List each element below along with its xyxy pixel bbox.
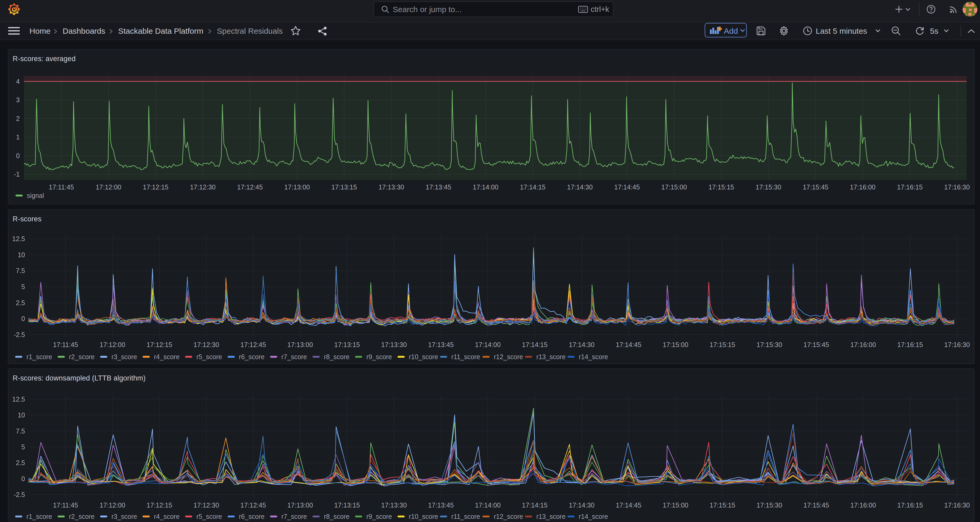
svg-text:17:15:00: 17:15:00 — [661, 184, 687, 191]
svg-text:r5_score: r5_score — [196, 353, 222, 361]
svg-text:17:12:45: 17:12:45 — [240, 341, 266, 348]
svg-text:17:15:45: 17:15:45 — [803, 341, 829, 348]
svg-text:r8_score: r8_score — [324, 513, 349, 520]
svg-text:17:15:45: 17:15:45 — [803, 501, 829, 509]
svg-text:17:13:15: 17:13:15 — [334, 341, 360, 348]
svg-text:17:16:15: 17:16:15 — [897, 341, 923, 348]
svg-text:17:12:00: 17:12:00 — [100, 341, 125, 348]
svg-text:r3_score: r3_score — [111, 353, 137, 361]
svg-text:17:12:30: 17:12:30 — [190, 184, 216, 191]
svg-text:17:15:15: 17:15:15 — [708, 184, 734, 191]
svg-text:-1: -1 — [14, 171, 20, 178]
svg-text:17:15:00: 17:15:00 — [663, 341, 688, 348]
svg-text:17:14:30: 17:14:30 — [569, 341, 594, 348]
svg-text:r11_score: r11_score — [452, 353, 480, 361]
svg-text:r6_score: r6_score — [239, 513, 264, 520]
svg-text:4: 4 — [16, 78, 20, 85]
svg-text:17:14:15: 17:14:15 — [520, 184, 546, 191]
svg-text:10: 10 — [18, 251, 25, 259]
svg-text:r10_score: r10_score — [409, 513, 438, 520]
svg-text:17:14:00: 17:14:00 — [475, 341, 501, 348]
svg-text:r14_score: r14_score — [579, 513, 608, 520]
svg-text:2: 2 — [16, 115, 20, 122]
svg-text:10: 10 — [18, 411, 25, 419]
svg-text:r12_score: r12_score — [494, 513, 523, 520]
svg-text:17:13:00: 17:13:00 — [288, 341, 313, 348]
svg-text:17:12:15: 17:12:15 — [146, 341, 172, 348]
svg-text:17:14:45: 17:14:45 — [614, 184, 640, 191]
svg-text:r7_score: r7_score — [282, 513, 307, 520]
svg-text:r3_score: r3_score — [111, 513, 137, 520]
svg-text:r1_score: r1_score — [27, 513, 52, 520]
svg-text:17:14:15: 17:14:15 — [522, 501, 547, 509]
svg-text:17:16:30: 17:16:30 — [944, 501, 970, 509]
svg-text:17:12:15: 17:12:15 — [146, 501, 172, 509]
svg-text:17:13:45: 17:13:45 — [428, 501, 453, 509]
svg-text:17:16:15: 17:16:15 — [897, 184, 923, 191]
svg-text:17:13:45: 17:13:45 — [428, 341, 453, 348]
svg-text:17:11:45: 17:11:45 — [53, 501, 78, 509]
svg-text:r8_score: r8_score — [324, 353, 349, 361]
svg-text:r5_score: r5_score — [196, 513, 222, 520]
svg-text:2.5: 2.5 — [16, 459, 25, 466]
svg-text:17:14:30: 17:14:30 — [569, 501, 594, 509]
svg-text:17:16:30: 17:16:30 — [944, 341, 970, 348]
svg-text:0: 0 — [16, 152, 20, 160]
svg-text:r13_score: r13_score — [536, 353, 565, 361]
svg-text:r6_score: r6_score — [239, 353, 264, 361]
svg-text:7.5: 7.5 — [16, 267, 25, 274]
svg-text:17:15:45: 17:15:45 — [803, 184, 828, 191]
svg-text:3: 3 — [16, 96, 20, 104]
svg-text:5: 5 — [21, 443, 25, 450]
svg-text:5: 5 — [21, 283, 25, 291]
svg-text:17:16:00: 17:16:00 — [851, 341, 876, 348]
svg-text:17:12:45: 17:12:45 — [240, 501, 266, 509]
svg-text:17:15:30: 17:15:30 — [757, 501, 782, 509]
svg-text:-2.5: -2.5 — [14, 491, 25, 498]
svg-text:17:12:30: 17:12:30 — [194, 341, 219, 348]
svg-text:17:13:45: 17:13:45 — [426, 184, 451, 191]
svg-text:r2_score: r2_score — [69, 353, 94, 361]
svg-text:0: 0 — [21, 475, 25, 482]
svg-text:r12_score: r12_score — [494, 353, 523, 361]
svg-text:7.5: 7.5 — [16, 428, 25, 435]
svg-text:17:14:45: 17:14:45 — [616, 501, 641, 509]
svg-text:17:15:30: 17:15:30 — [757, 341, 782, 348]
svg-text:17:13:15: 17:13:15 — [334, 501, 360, 509]
svg-text:r4_score: r4_score — [154, 353, 180, 361]
svg-text:r4_score: r4_score — [154, 513, 180, 520]
svg-text:17:14:00: 17:14:00 — [473, 184, 498, 191]
svg-text:0: 0 — [21, 315, 25, 322]
svg-text:17:13:00: 17:13:00 — [284, 184, 310, 191]
svg-text:17:13:00: 17:13:00 — [288, 501, 313, 509]
svg-text:17:12:30: 17:12:30 — [194, 501, 219, 509]
svg-text:17:16:00: 17:16:00 — [851, 501, 876, 509]
svg-text:17:11:45: 17:11:45 — [49, 184, 74, 191]
svg-text:17:14:15: 17:14:15 — [522, 341, 547, 348]
svg-text:12.5: 12.5 — [12, 235, 25, 243]
svg-text:17:13:15: 17:13:15 — [331, 184, 357, 191]
svg-text:signal: signal — [27, 192, 44, 199]
svg-text:17:12:45: 17:12:45 — [237, 184, 263, 191]
svg-text:17:16:15: 17:16:15 — [897, 501, 923, 509]
svg-text:17:16:00: 17:16:00 — [850, 184, 875, 191]
svg-text:r9_score: r9_score — [366, 513, 392, 520]
svg-text:12.5: 12.5 — [12, 396, 25, 403]
svg-text:17:12:15: 17:12:15 — [143, 184, 169, 191]
svg-text:17:12:00: 17:12:00 — [95, 184, 121, 191]
svg-text:17:14:30: 17:14:30 — [567, 184, 593, 191]
svg-text:17:14:00: 17:14:00 — [475, 501, 501, 509]
svg-text:17:15:00: 17:15:00 — [663, 501, 688, 509]
svg-text:17:15:15: 17:15:15 — [710, 501, 735, 509]
svg-text:17:14:45: 17:14:45 — [616, 341, 641, 348]
svg-text:r10_score: r10_score — [409, 353, 438, 361]
svg-text:17:15:15: 17:15:15 — [710, 341, 735, 348]
svg-text:r11_score: r11_score — [452, 513, 480, 520]
svg-text:17:12:00: 17:12:00 — [100, 501, 125, 509]
svg-text:r1_score: r1_score — [27, 353, 52, 361]
svg-text:2.5: 2.5 — [16, 299, 25, 306]
svg-text:1: 1 — [16, 133, 20, 141]
svg-text:17:16:30: 17:16:30 — [944, 184, 970, 191]
svg-text:17:15:30: 17:15:30 — [756, 184, 781, 191]
svg-text:17:13:30: 17:13:30 — [379, 184, 404, 191]
